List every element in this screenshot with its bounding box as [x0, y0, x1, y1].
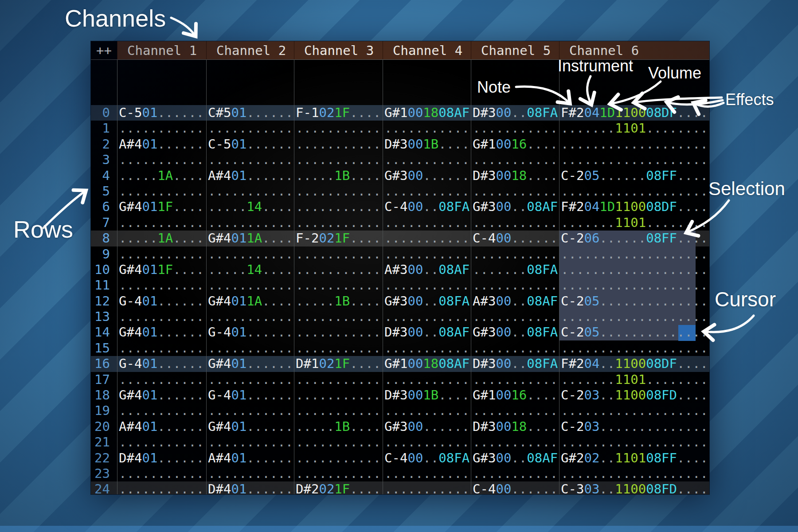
pattern-cell-ch3[interactable]: ........... [294, 466, 383, 481]
pattern-cell-ch3[interactable]: .....1B.... [294, 168, 383, 184]
pattern-cell-ch5[interactable]: C-400...... [471, 231, 559, 246]
pattern-cell-ch6[interactable]: ................... [559, 137, 709, 152]
pattern-cell-ch2[interactable]: ........... [206, 246, 294, 262]
pattern-cell-ch1[interactable]: ........... [117, 309, 206, 325]
channel-header-3[interactable]: Channel 3 [294, 41, 383, 59]
pattern-cell-ch4[interactable]: ........... [383, 481, 471, 494]
pattern-cell-ch6[interactable]: G#202..110108FF.... [559, 450, 709, 466]
pattern-cell-ch6[interactable]: C-203..110008FD.... [559, 387, 709, 403]
pattern-cell-ch5[interactable]: ........... [471, 152, 559, 168]
pattern-cell-ch5[interactable]: D#30018.... [471, 419, 559, 434]
pattern-cell-ch5[interactable]: ........... [471, 403, 559, 419]
pattern-cell-ch6[interactable]: ................... [559, 340, 709, 356]
channel-header-1[interactable]: Channel 1 [117, 41, 206, 59]
pattern-cell-ch5[interactable]: G#300..08AF [471, 199, 559, 215]
pattern-cell-ch5[interactable]: A#300..08AF [471, 293, 559, 309]
pattern-cell-ch4[interactable]: ........... [383, 231, 471, 246]
pattern-cell-ch1[interactable]: ........... [117, 278, 206, 293]
pattern-cell-ch3[interactable]: .....1B.... [294, 419, 383, 434]
pattern-cell-ch5[interactable]: C-400...... [471, 481, 559, 494]
pattern-cell-ch3[interactable]: ........... [294, 372, 383, 387]
pattern-cell-ch5[interactable]: G#300..08FA [471, 325, 559, 340]
pattern-cell-ch2[interactable]: ........... [206, 434, 294, 450]
pattern-cell-ch2[interactable]: D#401...... [206, 481, 294, 494]
pattern-cell-ch6[interactable]: ................... [559, 403, 709, 419]
pattern-cell-ch5[interactable]: D#300..08FA [471, 356, 559, 372]
pattern-cell-ch6[interactable]: C-203.............. [559, 419, 709, 434]
pattern-cell-ch2[interactable]: ........... [206, 309, 294, 325]
pattern-expand-button[interactable]: ++ [91, 41, 117, 59]
pattern-cell-ch1[interactable]: .....1A.... [117, 231, 206, 246]
pattern-cell-ch4[interactable]: ........... [383, 215, 471, 231]
pattern-cell-ch6[interactable]: C-205......08FF.... [559, 168, 709, 184]
pattern-cell-ch1[interactable]: ........... [117, 215, 206, 231]
pattern-cell-ch5[interactable]: ........... [471, 215, 559, 231]
pattern-cell-ch3[interactable]: ........... [294, 246, 383, 262]
pattern-cell-ch4[interactable]: D#3001B.... [383, 387, 471, 403]
pattern-cell-ch2[interactable]: ........... [206, 278, 294, 293]
pattern-cell-ch4[interactable]: ........... [383, 278, 471, 293]
pattern-cell-ch4[interactable]: C-400..08FA [383, 450, 471, 466]
pattern-cell-ch2[interactable]: C#501...... [206, 105, 294, 121]
pattern-cell-ch4[interactable]: G#1001808AF [383, 105, 471, 121]
pattern-cell-ch1[interactable]: ........... [117, 152, 206, 168]
channel-header-5[interactable]: Channel 5 [471, 41, 559, 59]
pattern-cell-ch4[interactable]: ........... [383, 184, 471, 199]
pattern-cell-ch1[interactable]: D#401...... [117, 450, 206, 466]
pattern-cell-ch3[interactable]: ........... [294, 278, 383, 293]
pattern-cell-ch6[interactable]: .......1101........ [559, 372, 709, 387]
pattern-cell-ch6[interactable]: ................... [559, 434, 709, 450]
pattern-cell-ch1[interactable]: C-501...... [117, 105, 206, 121]
pattern-cell-ch5[interactable]: G#10016.... [471, 387, 559, 403]
pattern-cell-ch2[interactable]: ........... [206, 152, 294, 168]
pattern-cell-ch3[interactable]: ........... [294, 215, 383, 231]
pattern-cell-ch6[interactable]: C-303..110008FD.... [559, 481, 709, 494]
pattern-cell-ch2[interactable]: ........... [206, 184, 294, 199]
pattern-cell-ch2[interactable]: G-401...... [206, 387, 294, 403]
pattern-cell-ch2[interactable]: C-501...... [206, 137, 294, 152]
pattern-cell-ch2[interactable]: G#4011A.... [206, 231, 294, 246]
pattern-cell-ch5[interactable]: G#10016.... [471, 137, 559, 152]
pattern-cell-ch1[interactable]: ........... [117, 372, 206, 387]
pattern-cell-ch6[interactable]: F#2041D110008DF.... [559, 105, 709, 121]
pattern-cell-ch6[interactable]: ................... [559, 184, 709, 199]
pattern-cell-ch3[interactable]: ........... [294, 309, 383, 325]
pattern-cell-ch1[interactable]: G#4011F.... [117, 262, 206, 278]
pattern-cell-ch1[interactable]: A#401...... [117, 419, 206, 434]
pattern-cell-ch3[interactable]: ........... [294, 450, 383, 466]
pattern-cell-ch3[interactable]: ........... [294, 184, 383, 199]
pattern-cell-ch4[interactable]: D#3001B.... [383, 137, 471, 152]
pattern-cell-ch1[interactable]: G-401...... [117, 293, 206, 309]
pattern-cell-ch4[interactable]: ........... [383, 121, 471, 136]
pattern-cell-ch1[interactable]: .....1A.... [117, 168, 206, 184]
pattern-cell-ch4[interactable]: ........... [383, 340, 471, 356]
pattern-cell-ch6[interactable]: .......1101........ [559, 121, 709, 136]
pattern-cell-ch3[interactable]: D#2021F.... [294, 481, 383, 494]
pattern-cell-ch3[interactable]: ........... [294, 340, 383, 356]
pattern-cell-ch3[interactable]: ........... [294, 325, 383, 340]
pattern-body[interactable]: 0C-501......C#501......F-1021F....G#1001… [91, 60, 709, 494]
pattern-cell-ch3[interactable]: ........... [294, 262, 383, 278]
pattern-cell-ch6[interactable]: ................... [559, 278, 709, 293]
pattern-cell-ch2[interactable]: A#401...... [206, 450, 294, 466]
pattern-cell-ch1[interactable]: ........... [117, 121, 206, 136]
pattern-cell-ch6[interactable]: .......1101........ [559, 215, 709, 231]
pattern-cell-ch2[interactable]: ........... [206, 466, 294, 481]
pattern-cell-ch4[interactable]: G#1001808AF [383, 356, 471, 372]
pattern-cell-ch2[interactable]: A#401...... [206, 168, 294, 184]
pattern-cell-ch2[interactable]: ........... [206, 372, 294, 387]
pattern-cell-ch5[interactable]: D#300..08FA [471, 105, 559, 121]
pattern-cell-ch5[interactable]: G#300..08AF [471, 450, 559, 466]
channel-header-2[interactable]: Channel 2 [206, 41, 294, 59]
pattern-cell-ch2[interactable]: ........... [206, 340, 294, 356]
pattern-cell-ch4[interactable]: ........... [383, 152, 471, 168]
pattern-cell-ch1[interactable]: G#401...... [117, 325, 206, 340]
pattern-cell-ch2[interactable]: .....14.... [206, 262, 294, 278]
pattern-cell-ch4[interactable]: ........... [383, 403, 471, 419]
pattern-cell-ch5[interactable]: ........... [471, 184, 559, 199]
pattern-cell-ch2[interactable]: .....14.... [206, 199, 294, 215]
pattern-cell-ch4[interactable]: ........... [383, 246, 471, 262]
pattern-cell-ch5[interactable]: ........... [471, 466, 559, 481]
pattern-cell-ch5[interactable]: ........... [471, 340, 559, 356]
pattern-cell-ch5[interactable]: ........... [471, 278, 559, 293]
